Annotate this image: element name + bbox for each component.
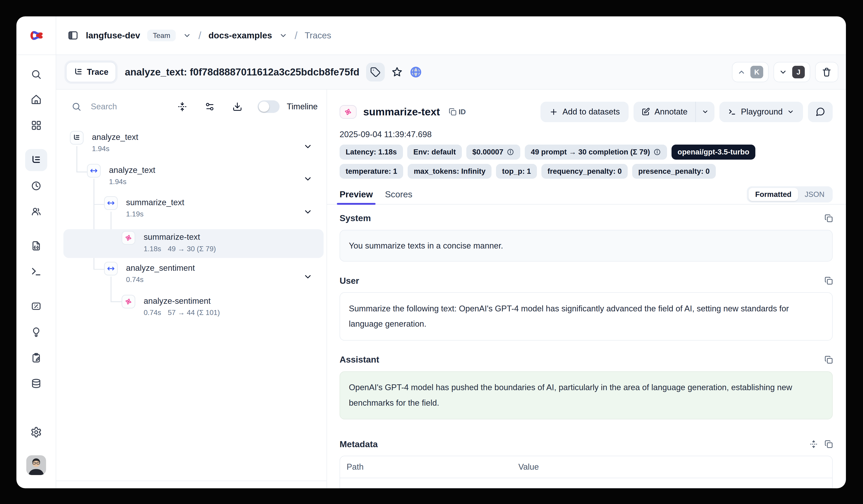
node-label: analyze_text xyxy=(109,164,155,175)
model-badge[interactable]: openai/gpt-3.5-turbo xyxy=(672,145,755,159)
node-duration: 0.74s xyxy=(126,275,143,284)
tree-row-span[interactable]: summarize_text 1.19s xyxy=(104,196,184,218)
assistant-message: OpenAI's GPT-4 model has pushed the boun… xyxy=(340,371,833,419)
home-icon[interactable] xyxy=(30,94,41,105)
avatar[interactable] xyxy=(26,455,46,475)
message-bubble-icon xyxy=(815,107,825,117)
search-icon[interactable] xyxy=(30,69,41,80)
detail-tabs: Preview Scores Formatted JSON xyxy=(327,185,846,205)
users-icon[interactable] xyxy=(30,206,41,217)
temperature-badge: temperature: 1 xyxy=(340,164,403,179)
chevron-down-icon[interactable] xyxy=(303,174,313,184)
metadata-col-path: Path xyxy=(347,462,518,472)
tag-icon[interactable] xyxy=(366,63,385,81)
prompts-file-icon[interactable] xyxy=(30,240,41,251)
annotate-dropdown-button[interactable] xyxy=(696,102,714,122)
datasets-database-icon[interactable] xyxy=(30,378,41,389)
tree-row-span[interactable]: analyze_sentiment 0.74s xyxy=(104,262,195,284)
top-bar: langfuse-dev Team / docs-examples / Trac… xyxy=(16,16,846,55)
tree-settings-icon[interactable] xyxy=(205,102,215,112)
annotate-button[interactable]: Annotate xyxy=(634,102,695,122)
timeline-toggle[interactable] xyxy=(258,100,279,113)
user-section-header: User xyxy=(340,276,833,286)
project-type-badge: Team xyxy=(147,30,176,41)
next-trace-button[interactable]: J xyxy=(774,62,810,82)
expand-icon[interactable] xyxy=(810,440,818,448)
tree-connector xyxy=(76,171,87,172)
chevron-down-icon xyxy=(779,68,787,76)
collapse-all-icon[interactable] xyxy=(177,102,187,112)
timeline-label: Timeline xyxy=(287,102,317,111)
settings-gear-icon[interactable] xyxy=(30,426,42,438)
copy-icon[interactable] xyxy=(825,214,833,222)
metadata-table-header: Path Value xyxy=(340,456,832,478)
trace-type-button[interactable]: Trace xyxy=(66,62,116,82)
stage: langfuse-dev Team / docs-examples / Trac… xyxy=(0,0,863,504)
insights-lightbulb-icon[interactable] xyxy=(30,327,41,338)
shortcut-key-k: K xyxy=(750,66,763,78)
scores-icon[interactable] xyxy=(30,301,41,312)
comments-button[interactable] xyxy=(808,102,833,122)
breadcrumb-section[interactable]: Traces xyxy=(305,30,331,40)
user-label: User xyxy=(340,276,359,286)
assistant-label: Assistant xyxy=(340,355,379,365)
prev-trace-button[interactable]: K xyxy=(732,62,768,82)
search-icon xyxy=(72,102,82,112)
playground-terminal-icon[interactable] xyxy=(30,266,41,277)
node-label: summarize_text xyxy=(126,196,184,208)
star-icon[interactable] xyxy=(391,66,403,78)
cost-badge: $0.00007 xyxy=(466,145,521,159)
chevron-down-icon[interactable] xyxy=(303,272,313,282)
panel-toggle-icon[interactable] xyxy=(67,30,79,41)
chevron-down-icon[interactable] xyxy=(183,31,191,40)
chevron-down-icon[interactable] xyxy=(303,142,313,151)
chevron-down-icon[interactable] xyxy=(303,207,313,217)
trace-tree-icon xyxy=(74,67,83,77)
sessions-clock-icon[interactable] xyxy=(30,180,41,191)
node-label: analyze_text xyxy=(92,131,138,142)
search-input[interactable] xyxy=(90,102,156,112)
format-json-option[interactable]: JSON xyxy=(798,188,831,201)
download-icon[interactable] xyxy=(233,102,242,112)
annotation-clipboard-icon[interactable] xyxy=(30,352,41,363)
format-formatted-option[interactable]: Formatted xyxy=(749,188,798,201)
trace-tree-panel: Timeline xyxy=(56,90,327,488)
tab-preview[interactable]: Preview xyxy=(340,185,373,204)
chevron-down-icon xyxy=(702,108,709,115)
playground-label: Playground xyxy=(741,107,783,117)
copy-icon[interactable] xyxy=(825,440,833,448)
copy-id-button[interactable]: ID xyxy=(449,108,466,116)
node-duration: 0.74s xyxy=(143,309,161,317)
tracing-tree-icon[interactable] xyxy=(30,154,41,166)
add-to-datasets-button[interactable]: Add to datasets xyxy=(540,102,629,122)
tree-row-trace[interactable]: analyze_text 1.94s xyxy=(70,131,138,153)
span-icon xyxy=(87,164,101,178)
public-globe-icon[interactable] xyxy=(410,66,422,78)
tree-row-generation[interactable]: analyze-sentiment 0.74s 57 → 44 (Σ 101) xyxy=(122,295,220,317)
breadcrumb-environment[interactable]: docs-examples xyxy=(208,30,272,40)
tab-scores[interactable]: Scores xyxy=(385,185,412,204)
chevron-down-icon xyxy=(787,108,794,115)
chevron-down-icon[interactable] xyxy=(279,31,287,40)
app-window: langfuse-dev Team / docs-examples / Trac… xyxy=(16,16,846,488)
dashboard-icon[interactable] xyxy=(30,120,41,131)
tree-search[interactable] xyxy=(72,102,156,112)
node-tokens: 57 → 44 (Σ 101) xyxy=(168,309,220,317)
info-icon[interactable] xyxy=(506,148,514,156)
info-icon[interactable] xyxy=(653,148,661,156)
toggle-knob xyxy=(259,102,269,112)
tree-panel-divider xyxy=(56,481,327,481)
span-icon xyxy=(104,196,118,210)
breadcrumb-project[interactable]: langfuse-dev xyxy=(86,30,140,40)
annotate-split-button: Annotate xyxy=(634,102,714,122)
tree-row-generation-selected[interactable]: summarize-text 1.18s 49 → 30 (Σ 79) xyxy=(122,231,216,253)
delete-trace-button[interactable] xyxy=(815,62,838,82)
trash-icon xyxy=(822,67,832,77)
copy-icon[interactable] xyxy=(825,356,833,364)
tree-row-span[interactable]: analyze_text 1.94s xyxy=(87,164,155,186)
playground-button[interactable]: Playground xyxy=(720,102,803,122)
copy-icon[interactable] xyxy=(825,276,833,285)
logo-cell xyxy=(16,16,56,54)
metadata-section-header: Metadata xyxy=(340,439,833,449)
tree-connector xyxy=(93,204,104,205)
